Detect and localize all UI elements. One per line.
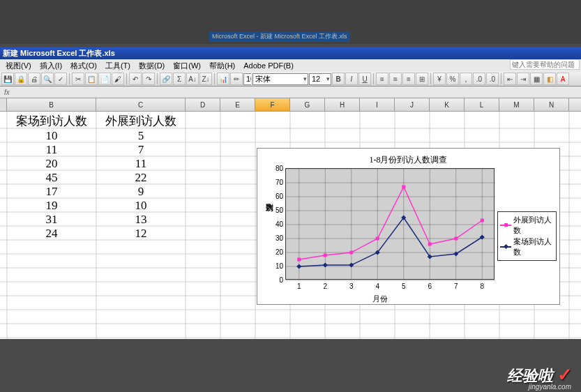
cell-C9[interactable]: 12 (96, 227, 186, 241)
currency-icon[interactable]: ¥ (433, 73, 446, 85)
sort-asc-icon[interactable]: A↓ (186, 73, 199, 85)
cell-C3[interactable]: 7 (96, 143, 186, 157)
format-painter-icon[interactable]: 🖌 (112, 73, 124, 85)
cell-B7[interactable]: 19 (7, 199, 96, 213)
svg-rect-74 (349, 262, 354, 267)
svg-rect-70 (454, 237, 458, 241)
svg-rect-72 (296, 264, 301, 269)
align-right-icon[interactable]: ≡ (402, 73, 415, 85)
cell-C5[interactable]: 22 (96, 171, 186, 185)
fill-color-icon[interactable]: ◧ (543, 73, 556, 85)
cell-B6[interactable]: 17 (7, 185, 96, 199)
cell-B9[interactable]: 24 (7, 227, 96, 241)
col-header-H[interactable]: H (325, 98, 360, 111)
cell-C-header[interactable]: 外展到访人数 (96, 113, 186, 129)
chart-xlabel: 月份 (372, 294, 388, 304)
menu-adobe-pdf[interactable]: Adobe PDF(B) (239, 59, 298, 72)
menu-window[interactable]: 窗口(W) (169, 59, 205, 72)
chart-icon[interactable]: 📊 (217, 73, 229, 85)
svg-text:3: 3 (349, 282, 354, 290)
cell-C6[interactable]: 9 (96, 185, 186, 199)
hyperlink-icon[interactable]: 🔗 (160, 73, 172, 85)
svg-rect-78 (453, 251, 458, 256)
col-header-K[interactable]: K (430, 98, 465, 111)
col-header-F[interactable]: F (255, 98, 290, 111)
cell-B8[interactable]: 31 (7, 213, 96, 227)
svg-text:1: 1 (297, 282, 301, 290)
align-left-icon[interactable]: ≡ (376, 73, 388, 85)
footer-band (0, 339, 581, 392)
align-center-icon[interactable]: ≡ (389, 73, 402, 85)
legend-marker-pink (500, 225, 511, 226)
cell-B3[interactable]: 11 (7, 143, 96, 157)
drawing-icon[interactable]: ✏ (230, 73, 243, 85)
sort-desc-icon[interactable]: Z↓ (199, 73, 212, 85)
cell-B-header[interactable]: 案场到访人数 (7, 113, 96, 129)
menu-insert[interactable]: 插入(I) (36, 59, 66, 72)
menu-tools[interactable]: 工具(T) (101, 59, 135, 72)
separator (373, 73, 374, 84)
svg-text:40: 40 (276, 220, 284, 228)
undo-icon[interactable]: ↶ (129, 73, 142, 85)
col-header-G[interactable]: G (290, 98, 325, 111)
chart-object[interactable]: 1-8月份到访人数调查 到访人数 月份 01020304050607080123… (257, 148, 560, 305)
preview-icon[interactable]: 🔍 (41, 73, 54, 85)
svg-text:4: 4 (375, 282, 379, 290)
print-icon[interactable]: 🖨 (28, 73, 40, 85)
cell-C2[interactable]: 5 (96, 129, 186, 143)
menu-data[interactable]: 数据(D) (135, 59, 169, 72)
cell-B4[interactable]: 20 (7, 157, 96, 171)
col-header-C[interactable]: C (96, 98, 186, 111)
copy-icon[interactable]: 📋 (85, 73, 98, 85)
col-header-E[interactable]: E (220, 98, 255, 111)
font-color-icon[interactable]: A (557, 73, 569, 85)
cell-B5[interactable]: 45 (7, 171, 96, 185)
paste-icon[interactable]: 📄 (98, 73, 111, 85)
underline-button[interactable]: U (359, 73, 371, 85)
comma-icon[interactable]: , (460, 73, 472, 85)
bold-button[interactable]: B (332, 73, 345, 85)
cell-C4[interactable]: 11 (96, 157, 186, 171)
borders-icon[interactable]: ▦ (530, 73, 543, 85)
menu-help[interactable]: 帮助(H) (205, 59, 239, 72)
menu-format[interactable]: 格式(O) (66, 59, 101, 72)
grid-body[interactable]: 案场到访人数 外展到访人数 10511720114522179191031132… (0, 112, 581, 339)
col-header-M[interactable]: M (499, 98, 534, 111)
col-header-J[interactable]: J (395, 98, 430, 111)
font-size-combo[interactable]: 12 (309, 73, 331, 85)
cell-C7[interactable]: 10 (96, 199, 186, 213)
cell-C8[interactable]: 13 (96, 213, 186, 227)
indent-dec-icon[interactable]: ⇤ (504, 73, 516, 85)
formula-bar[interactable]: fx (0, 86, 581, 98)
spell-icon[interactable]: ✓ (54, 73, 67, 85)
save-icon[interactable]: 💾 (1, 73, 14, 85)
inc-decimal-icon[interactable]: .0 (473, 73, 485, 85)
percent-icon[interactable]: % (446, 73, 459, 85)
separator (69, 73, 70, 84)
col-header-D[interactable]: D (186, 98, 220, 111)
chart-legend: 外展到访人数 案场到访人数 (497, 211, 557, 261)
sum-icon[interactable]: Σ (173, 73, 186, 85)
chart-plot-area: 0102030405060708012345678 (285, 168, 495, 280)
font-name-combo[interactable]: 宋体 (252, 73, 308, 85)
dec-decimal-icon[interactable]: .0 (486, 73, 499, 85)
separator (501, 73, 501, 84)
cut-icon[interactable]: ✂ (72, 73, 84, 85)
svg-rect-73 (323, 262, 328, 267)
help-search-input[interactable] (510, 59, 580, 70)
col-header-B[interactable]: B (7, 98, 96, 111)
select-all-corner[interactable] (0, 98, 7, 111)
svg-rect-64 (297, 258, 301, 262)
col-header-L[interactable]: L (465, 98, 499, 111)
indent-inc-icon[interactable]: ⇥ (517, 73, 529, 85)
col-header-I[interactable]: I (360, 98, 395, 111)
spreadsheet-grid[interactable]: B C D E F G H I J K L M N (0, 98, 581, 339)
merge-icon[interactable]: ⊞ (416, 73, 428, 85)
col-header-N[interactable]: N (534, 98, 569, 111)
italic-button[interactable]: I (345, 73, 358, 85)
permissions-icon[interactable]: 🔒 (15, 73, 27, 85)
cell-B2[interactable]: 10 (7, 129, 96, 143)
menu-view[interactable]: 视图(V) (1, 59, 36, 72)
redo-icon[interactable]: ↷ (142, 73, 155, 85)
svg-text:6: 6 (428, 282, 432, 290)
